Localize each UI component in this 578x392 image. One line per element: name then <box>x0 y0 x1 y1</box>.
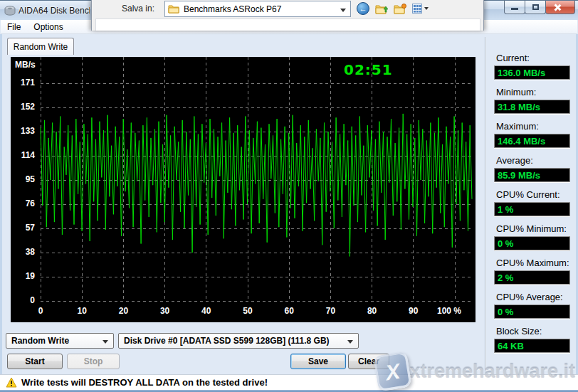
stat-label: Minimum: <box>494 87 572 97</box>
aida64-window: AIDA64 Disk Bench File Options Random Wr… <box>0 0 578 392</box>
y-axis-tick: 19 <box>11 271 35 281</box>
warning-icon <box>6 377 17 388</box>
minimize-icon <box>511 8 518 10</box>
stat-value: 0 % <box>494 304 570 319</box>
y-axis-tick: 171 <box>11 78 35 88</box>
y-axis-tick: 95 <box>11 174 35 184</box>
disk-icon <box>4 5 16 16</box>
chevron-down-icon <box>340 9 346 12</box>
stat-label: CPU% Maximum: <box>494 258 572 268</box>
stat-label: CPU% Average: <box>494 292 572 302</box>
maximize-icon <box>532 4 539 10</box>
stat-row: Maximum:146.4 MB/s <box>494 121 572 148</box>
warning-text: Write tests will DESTROY ALL DATA on the… <box>21 377 268 388</box>
x-axis-tick: 10 <box>78 306 87 316</box>
chevron-down-icon <box>347 340 353 344</box>
new-folder-icon[interactable] <box>394 4 406 14</box>
client-area: Random Write MB/s 1711521331149576573819… <box>0 34 578 374</box>
stat-label: Maximum: <box>494 121 572 132</box>
stop-button[interactable]: Stop <box>67 354 120 369</box>
minimize-button[interactable] <box>504 1 525 14</box>
stat-label: Current: <box>494 53 572 63</box>
back-icon[interactable]: ← <box>357 2 369 15</box>
chevron-down-icon <box>103 340 108 344</box>
menu-item-options[interactable]: Options <box>27 21 69 33</box>
y-axis-tick: 133 <box>11 126 35 136</box>
x-axis-tick: 60 <box>285 306 294 316</box>
stat-row: Minimum:31.8 MB/s <box>494 87 572 114</box>
y-axis-tick: 38 <box>11 247 35 257</box>
tab-random-write[interactable]: Random Write <box>7 38 74 55</box>
stat-row: CPU% Current:1 % <box>494 189 572 216</box>
y-axis-tick: 57 <box>11 223 35 233</box>
stat-value: 1 % <box>494 202 570 216</box>
x-axis-tick: 20 <box>119 306 128 316</box>
stat-label: Block Size: <box>494 326 572 337</box>
folder-combobox[interactable]: Benchmarks ASRock P67 <box>164 1 351 17</box>
x-axis-tick: 50 <box>243 306 252 316</box>
save-dialog: Salva in: Benchmarks ASRock P67 ← <box>91 0 484 31</box>
x-axis-tick: 80 <box>367 306 377 316</box>
x-axis-tick: 100 % <box>437 306 461 316</box>
test-type-select[interactable]: Random Write <box>6 333 114 349</box>
panel-divider <box>485 37 486 371</box>
stat-value: 64 KB <box>494 339 570 353</box>
x-axis-tick: 90 <box>409 306 418 316</box>
window-left-border <box>0 34 2 390</box>
y-axis-tick: 114 <box>11 150 35 160</box>
x-axis-tick: 70 <box>326 306 335 316</box>
drive-select[interactable]: Disk Drive #0 [ADATA SSD S599 128GB] (11… <box>118 333 359 349</box>
stat-label: CPU% Minimum: <box>494 223 572 234</box>
y-axis-unit-label: MB/s <box>15 60 36 70</box>
view-menu-icon[interactable] <box>412 4 429 14</box>
stat-value: 146.4 MB/s <box>494 134 570 148</box>
stat-value: 31.8 MB/s <box>494 100 570 114</box>
up-folder-icon[interactable] <box>375 4 388 14</box>
menu-item-file[interactable]: File <box>1 21 27 33</box>
window-title: AIDA64 Disk Bench <box>19 6 90 16</box>
benchmark-chart <box>11 57 475 322</box>
y-axis-tick: 152 <box>11 102 35 112</box>
stat-row: CPU% Maximum:2 % <box>494 258 572 285</box>
save-in-label: Salva in: <box>122 4 154 14</box>
stat-value: 2 % <box>494 270 570 285</box>
stat-value: 136.0 MB/s <box>494 65 570 80</box>
stat-label: Average: <box>494 155 572 166</box>
warning-bar: Write tests will DESTROY ALL DATA on the… <box>0 374 578 390</box>
stat-value: 85.9 MB/s <box>494 168 570 182</box>
stats-panel: Current:136.0 MB/sMinimum:31.8 MB/sMaxim… <box>494 53 572 360</box>
save-button[interactable]: Save <box>290 354 346 369</box>
stat-row: Block Size:64 KB <box>494 326 572 353</box>
close-button[interactable] <box>545 1 575 14</box>
x-axis-tick: 30 <box>160 306 169 316</box>
stat-row: CPU% Average:0 % <box>494 292 572 319</box>
stat-row: Current:136.0 MB/s <box>494 53 572 80</box>
stat-row: Average:85.9 MB/s <box>494 155 572 182</box>
x-axis-tick: 40 <box>201 306 211 316</box>
chart-series-line <box>41 114 472 257</box>
stat-value: 0 % <box>494 236 570 250</box>
selected-folder-name: Benchmarks ASRock P67 <box>184 4 281 14</box>
x-axis-tick: 0 <box>38 306 43 316</box>
stat-row: CPU% Minimum:0 % <box>494 223 572 250</box>
folder-icon <box>168 4 179 14</box>
clear-button[interactable]: Clear <box>348 354 389 369</box>
chart-panel: MB/s 17115213311495765738190 01020304050… <box>11 57 475 322</box>
maximize-button[interactable] <box>525 1 546 14</box>
y-axis-tick: 76 <box>11 198 35 208</box>
elapsed-timer: 02:51 <box>344 61 393 78</box>
stat-label: CPU% Current: <box>494 189 572 200</box>
file-list[interactable] <box>95 18 480 31</box>
start-button[interactable]: Start <box>7 354 63 369</box>
y-axis-tick: 0 <box>11 295 35 305</box>
